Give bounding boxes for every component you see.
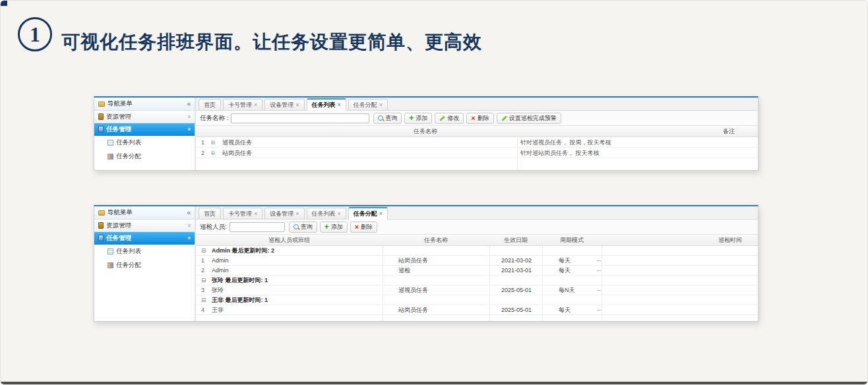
tab-item[interactable]: 任务列表× (307, 98, 346, 111)
table-row[interactable]: 1⊕巡视员任务针对巡视员任务， 按周，按天考核 (196, 137, 758, 148)
collapse-icon[interactable]: « (187, 210, 191, 216)
tab-close-icon[interactable]: × (254, 100, 257, 110)
sidebar-title: 导航菜单 (108, 208, 133, 217)
sidebar-group-resource-mgmt[interactable]: 资源管理 » (94, 220, 195, 232)
sidebar-group-resource-mgmt[interactable]: 资源管理 » (94, 111, 195, 123)
tab-close-icon[interactable]: × (295, 100, 299, 110)
set-inspection-alert-button[interactable]: 设置巡检完成预警 (497, 113, 561, 124)
column-header-cycle-mode[interactable]: 周期模式 (542, 235, 602, 246)
inspection-time-cell: -- (597, 305, 601, 315)
row-expander-icon[interactable]: ⊕ (210, 148, 216, 158)
add-button[interactable]: +添加 (320, 222, 348, 233)
table-row[interactable]: 1Admin站岗员任务2021-03-02每天-- (196, 256, 758, 266)
sidebar-item-task-list[interactable]: 任务列表 (94, 136, 195, 150)
delete-button[interactable]: ×删除 (350, 222, 377, 233)
tab-close-icon[interactable]: × (254, 209, 257, 219)
tab-item[interactable]: 任务分配× (348, 99, 388, 110)
tab-item[interactable]: 设备管理× (264, 99, 304, 110)
tab-close-icon[interactable]: × (295, 209, 299, 219)
group-collapse-icon[interactable]: ⊟ (201, 295, 206, 305)
task-name-input[interactable] (231, 113, 369, 123)
chevron-double-up-icon[interactable]: « (185, 127, 192, 131)
item-label: 任务分配 (116, 152, 141, 161)
query-button[interactable]: 查询 (373, 113, 402, 124)
step-number-badge: 1 (18, 17, 52, 51)
slide: 1 可视化任务排班界面。让任务设置更简单、更高效 导航菜单 « 资源管理 » 任… (0, 0, 868, 385)
book-icon (98, 126, 104, 133)
column-header-task-name[interactable]: 任务名称 (386, 126, 465, 137)
collapse-icon[interactable]: « (187, 101, 191, 107)
tab-item[interactable]: 任务分配× (348, 207, 388, 220)
tab-item[interactable]: 首页 (199, 99, 221, 110)
book-icon (98, 222, 104, 229)
group-collapse-icon[interactable]: ⊟ (201, 276, 206, 285)
sidebar-group-task-mgmt[interactable]: 任务管理 « (94, 232, 195, 245)
table-body: 1⊕巡视员任务针对巡视员任务， 按周，按天考核2⊕站岗员任务针对巡站岗员任务， … (196, 137, 758, 158)
tab-item[interactable]: 任务列表× (307, 208, 346, 219)
tab-item[interactable]: 首页 (199, 208, 221, 219)
column-header-remark[interactable]: 备注 (689, 126, 758, 137)
button-label: 查询 (385, 114, 397, 123)
button-label: 删除 (478, 114, 489, 123)
add-button[interactable]: +添加 (404, 113, 432, 124)
search-icon (378, 115, 383, 121)
edit-button[interactable]: 修改 (435, 113, 464, 124)
group-collapse-icon[interactable]: ⊟ (201, 246, 206, 256)
query-button[interactable]: 查询 (289, 222, 317, 233)
item-label: 任务分配 (116, 261, 141, 270)
group-header-row[interactable]: ⊟Admin 最后更新时间: 2 (196, 246, 758, 256)
table-row[interactable]: 4王非站岗员任务2025-05-01每天-- (196, 305, 758, 315)
chevron-double-down-icon[interactable]: » (185, 223, 192, 227)
sidebar: 导航菜单 « 资源管理 » 任务管理 « 任务列表 任务分配 (94, 98, 196, 170)
chevron-double-up-icon[interactable]: « (185, 236, 192, 239)
task-name-cell: 巡视员任务 (222, 137, 252, 148)
sidebar-item-task-assign[interactable]: 任务分配 (94, 150, 195, 163)
sidebar-item-task-list[interactable]: 任务列表 (94, 245, 195, 258)
item-label: 任务列表 (116, 138, 141, 147)
column-header-inspection-time[interactable]: 巡检时间 (602, 235, 758, 246)
app-window-task-list: 导航菜单 « 资源管理 » 任务管理 « 任务列表 任务分配 (94, 96, 759, 171)
sidebar-group-task-mgmt[interactable]: 任务管理 « (94, 123, 195, 136)
folder-icon (98, 210, 105, 216)
row-expander-icon[interactable]: ⊕ (210, 137, 216, 148)
tab-label: 设备管理 (270, 100, 294, 110)
assignment-table: 巡检人员或班组 任务名称 生效日期 周期模式 巡检时间 ⊟Admin 最后更新时… (196, 235, 758, 321)
inspection-time-cell: -- (597, 256, 601, 266)
cycle-mode-cell: 每天 (559, 256, 571, 266)
group-label: 任务管理 (106, 234, 131, 243)
field-label: 巡检人员: (200, 223, 227, 231)
column-header-person[interactable]: 巡检人员或班组 (196, 235, 383, 246)
row-number: 2 (201, 148, 204, 158)
table-row[interactable]: 2⊕站岗员任务针对巡站岗员任务， 按天考核 (196, 148, 758, 158)
delete-button[interactable]: ×删除 (466, 113, 493, 124)
tab-label: 设备管理 (270, 209, 294, 219)
group-header-row[interactable]: ⊟王非 最后更新时间: 1 (196, 295, 758, 305)
folder-icon (98, 102, 105, 107)
sidebar-header[interactable]: 导航菜单 « (94, 98, 195, 111)
tab-item[interactable]: 卡号管理× (223, 208, 263, 219)
cycle-mode-cell: 每天 (559, 305, 571, 315)
tab-close-icon[interactable]: × (338, 209, 341, 219)
column-header-task-name[interactable]: 任务名称 (383, 235, 489, 246)
sidebar-item-task-assign[interactable]: 任务分配 (94, 258, 195, 272)
table-row[interactable]: 2Admin巡检2021-03-01每天-- (196, 266, 758, 276)
tab-close-icon[interactable]: × (338, 100, 341, 110)
column-header-effective-date[interactable]: 生效日期 (489, 235, 542, 246)
tab-close-icon[interactable]: × (379, 100, 383, 110)
group-header-label: 王非 最后更新时间: 1 (212, 295, 268, 305)
tab-close-icon[interactable]: × (379, 209, 383, 219)
group-header-row[interactable]: ⊟张玲 最后更新时间: 1 (196, 276, 758, 285)
button-label: 删除 (361, 223, 373, 231)
inspection-time-cell: -- (597, 285, 601, 295)
inspector-input[interactable] (230, 222, 285, 232)
toolbar-buttons: 查询+添加×删除 (289, 222, 377, 233)
task-name-cell: 站岗员任务 (398, 305, 428, 315)
group-label: 资源管理 (106, 222, 131, 230)
tab-item[interactable]: 卡号管理× (223, 99, 263, 110)
sidebar-header[interactable]: 导航菜单 « (94, 206, 195, 220)
table-row[interactable]: 3张玲巡视员任务2025-05-01每N天-- (196, 285, 758, 295)
column-divider (602, 235, 602, 321)
tab-item[interactable]: 设备管理× (264, 208, 304, 219)
delete-icon: × (471, 115, 475, 121)
chevron-double-down-icon[interactable]: » (185, 115, 192, 118)
